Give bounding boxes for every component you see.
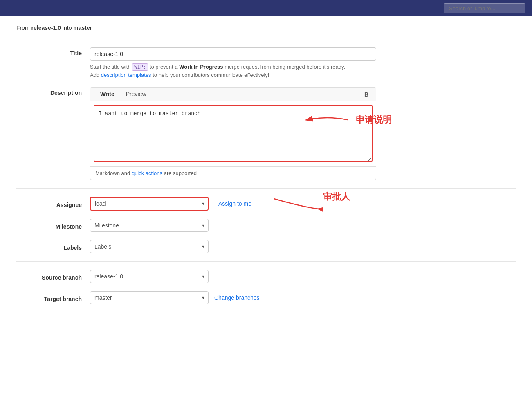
labels-label: Labels xyxy=(16,242,90,251)
description-editor: Write Preview B I want to merge to maste… xyxy=(90,87,376,180)
description-label: Description xyxy=(16,87,90,96)
title-content: Start the title with WIP: to prevent a W… xyxy=(90,47,376,79)
tab-items: Write Preview xyxy=(94,88,152,101)
milestone-label: Milestone xyxy=(16,221,90,230)
milestone-content: Milestone ▾ xyxy=(90,219,376,232)
branch-info-prefix: From xyxy=(16,25,30,31)
labels-row: Labels Labels ▾ xyxy=(16,240,516,253)
hint-bold: Work In Progress xyxy=(179,64,223,70)
source-branch-select-wrapper: release-1.0 ▾ xyxy=(90,270,209,283)
labels-select-wrapper: Labels ▾ xyxy=(90,240,209,253)
target-branch-select[interactable]: master xyxy=(90,291,209,304)
assignee-row: Assignee lead ▾ Assign to me 审批人 xyxy=(16,197,516,211)
description-textarea-wrapper: I want to merge to master branch xyxy=(90,101,376,166)
tab-write[interactable]: Write xyxy=(94,88,120,101)
title-hint: Start the title with WIP: to prevent a W… xyxy=(90,63,376,79)
tab-preview[interactable]: Preview xyxy=(120,88,152,101)
source-branch-row: Source branch release-1.0 ▾ xyxy=(16,270,516,283)
description-row: Description Write Preview B I want to me… xyxy=(16,87,516,180)
hint-middle: to prevent a xyxy=(150,64,178,70)
hint-before: Start the title with xyxy=(90,64,131,70)
annotation-shenqing: 申请说明 xyxy=(303,112,392,128)
arrow-approver-svg xyxy=(270,193,323,213)
assignee-select[interactable]: lead xyxy=(90,197,209,211)
tab-bar: Write Preview B xyxy=(90,88,376,101)
milestone-select[interactable]: Milestone xyxy=(90,219,209,232)
tab-toolbar-bold[interactable]: B xyxy=(361,90,372,99)
target-branch-row: Target branch master ▾ Change branches xyxy=(16,291,516,304)
target-branch-label: Target branch xyxy=(16,293,90,302)
description-footer: Markdown and quick actions are supported xyxy=(90,166,376,180)
annotation-approver-text: 审批人 xyxy=(323,191,350,203)
source-branch-name: release-1.0 xyxy=(31,25,61,31)
hint-line2-after: to help your contributors communicate ef… xyxy=(153,72,269,78)
quick-actions-link[interactable]: quick actions xyxy=(132,170,162,176)
description-content: Write Preview B I want to merge to maste… xyxy=(90,87,376,180)
footer-after: are supported xyxy=(164,170,197,176)
arrow-shenqing-svg xyxy=(303,112,352,128)
milestone-select-wrapper: Milestone ▾ xyxy=(90,219,209,232)
labels-content: Labels ▾ xyxy=(90,240,376,253)
title-input[interactable] xyxy=(90,47,376,61)
hint-after: merge request from being merged before i… xyxy=(224,64,345,70)
target-branch-select-wrapper: master ▾ xyxy=(90,291,209,304)
footer-before: Markdown and xyxy=(95,170,130,176)
hint-line2-before: Add xyxy=(90,72,99,78)
page-content: From release-1.0 into master Title Start… xyxy=(0,16,532,321)
source-branch-select[interactable]: release-1.0 xyxy=(90,270,209,283)
branch-info: From release-1.0 into master xyxy=(16,25,516,38)
title-row: Title Start the title with WIP: to preve… xyxy=(16,47,516,79)
assign-to-me-link[interactable]: Assign to me xyxy=(218,200,251,207)
top-navigation-bar xyxy=(0,0,532,16)
search-input[interactable] xyxy=(444,3,525,13)
milestone-row: Milestone Milestone ▾ xyxy=(16,219,516,232)
title-label: Title xyxy=(16,47,90,56)
source-branch-content: release-1.0 ▾ xyxy=(90,270,376,283)
branch-info-middle: into xyxy=(63,25,72,31)
labels-select[interactable]: Labels xyxy=(90,240,209,253)
target-branch-name: master xyxy=(73,25,92,31)
target-branch-content: master ▾ Change branches xyxy=(90,291,376,304)
wip-badge: WIP: xyxy=(132,63,148,71)
separator-2 xyxy=(16,261,516,262)
change-branches-link[interactable]: Change branches xyxy=(214,294,260,301)
source-branch-label: Source branch xyxy=(16,272,90,281)
assignee-select-wrapper: lead ▾ xyxy=(90,197,209,211)
separator-1 xyxy=(16,188,516,189)
description-templates-link[interactable]: description templates xyxy=(101,72,151,78)
assignee-label: Assignee xyxy=(16,199,90,208)
annotation-approver: 审批人 xyxy=(270,193,323,213)
annotation-shenqing-text: 申请说明 xyxy=(356,114,392,126)
